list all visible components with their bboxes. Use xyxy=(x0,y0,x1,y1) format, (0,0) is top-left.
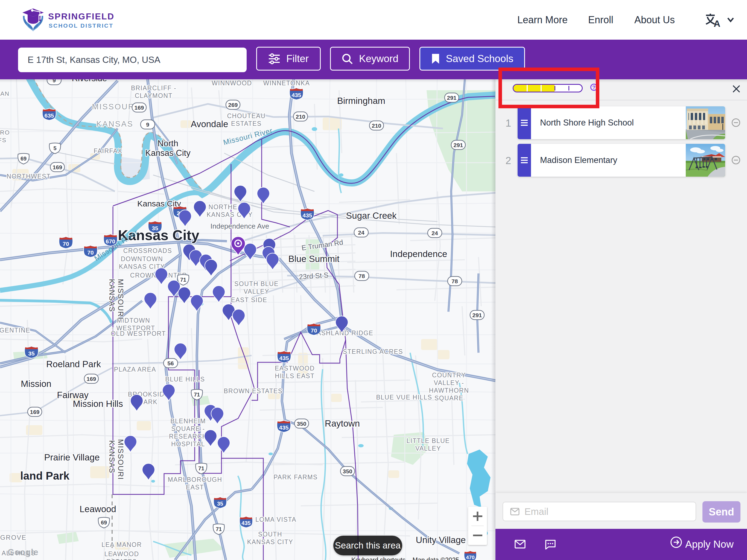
svg-text:ESTATES: ESTATES xyxy=(231,120,262,127)
svg-text:MARLBOROUGH: MARLBOROUGH xyxy=(168,476,222,483)
svg-text:SOUTH BLUE: SOUTH BLUE xyxy=(234,280,279,287)
svg-text:71: 71 xyxy=(194,391,200,398)
svg-text:OLD WESTPORT: OLD WESTPORT xyxy=(111,330,166,337)
svg-text:A: A xyxy=(714,18,720,27)
svg-text:BRIARCLIFF -: BRIARCLIFF - xyxy=(131,84,176,92)
svg-text:Blue Summit: Blue Summit xyxy=(288,254,339,264)
svg-text:HILLS EAST: HILLS EAST xyxy=(275,373,314,380)
svg-text:KANSAS: KANSAS xyxy=(108,279,116,312)
svg-text:291: 291 xyxy=(447,95,456,101)
svg-text:LEA MANOR: LEA MANOR xyxy=(101,541,142,548)
svg-text:VALLEY: VALLEY xyxy=(243,288,269,295)
svg-text:BLUE VUE HILLS: BLUE VUE HILLS xyxy=(376,394,432,401)
svg-text:ESTATES: ESTATES xyxy=(106,558,137,560)
svg-text:670: 670 xyxy=(106,238,115,245)
svg-text:EASTWOOD: EASTWOOD xyxy=(275,365,315,372)
svg-text:71: 71 xyxy=(180,277,186,283)
svg-text:FS: FS xyxy=(0,137,6,144)
svg-text:RESEARCH: RESEARCH xyxy=(169,433,207,440)
svg-text:70: 70 xyxy=(311,327,317,334)
svg-text:CLAYMONT: CLAYMONT xyxy=(135,92,173,99)
svg-text:435: 435 xyxy=(302,212,312,219)
svg-text:70: 70 xyxy=(87,249,94,256)
svg-text:35: 35 xyxy=(152,225,158,231)
svg-text:169: 169 xyxy=(30,409,40,415)
svg-text:HOSPITAL: HOSPITAL xyxy=(171,440,205,448)
svg-text:24: 24 xyxy=(432,230,438,236)
svg-text:BROWN ESTATES: BROWN ESTATES xyxy=(224,387,282,394)
svg-text:9: 9 xyxy=(146,121,149,128)
svg-text:VALLEY: VALLEY xyxy=(415,445,441,452)
svg-text:35: 35 xyxy=(28,350,35,357)
svg-text:COUNTRY: COUNTRY xyxy=(432,372,466,379)
svg-text:KANSAS: KANSAS xyxy=(96,120,133,128)
svg-text:SOUTH: SOUTH xyxy=(258,531,282,538)
svg-text:Independence Ave: Independence Ave xyxy=(210,222,269,230)
svg-text:169: 169 xyxy=(86,376,96,382)
svg-text:350: 350 xyxy=(343,468,352,475)
svg-text:KANSAS CITY: KANSAS CITY xyxy=(247,538,293,545)
svg-text:VALLEY -: VALLEY - xyxy=(434,379,464,386)
svg-text:210: 210 xyxy=(371,123,381,129)
svg-text:Leawood: Leawood xyxy=(80,504,116,514)
svg-text:Unity Village: Unity Village xyxy=(416,535,466,545)
svg-text:LOMA VISTA: LOMA VISTA xyxy=(255,516,297,523)
svg-text:291: 291 xyxy=(472,312,482,318)
svg-text:MISSOURI: MISSOURI xyxy=(117,279,125,320)
svg-text:BLUE HILLS: BLUE HILLS xyxy=(165,376,205,383)
svg-text:HAWTHORN: HAWTHORN xyxy=(429,387,469,394)
svg-text:291: 291 xyxy=(453,142,463,148)
svg-text:Roeland Park: Roeland Park xyxy=(46,359,101,369)
svg-text:35: 35 xyxy=(217,501,223,507)
svg-text:69: 69 xyxy=(21,156,27,161)
svg-text:435: 435 xyxy=(291,92,301,98)
svg-text:78: 78 xyxy=(358,273,365,279)
svg-text:PARK FARMS: PARK FARMS xyxy=(274,474,318,481)
svg-text:635: 635 xyxy=(44,112,54,119)
svg-text:Birmingham: Birmingham xyxy=(337,96,385,106)
svg-text:269: 269 xyxy=(228,102,238,108)
svg-text:North: North xyxy=(157,138,178,148)
svg-text:Avondale: Avondale xyxy=(190,119,228,129)
svg-text:Raytown: Raytown xyxy=(325,418,360,429)
svg-text:MISSOURI: MISSOURI xyxy=(117,439,125,480)
svg-text:KANSAS: KANSAS xyxy=(108,440,116,474)
svg-text:Kansas City: Kansas City xyxy=(145,148,190,158)
svg-text:ARGENTINE: ARGENTINE xyxy=(0,327,30,334)
svg-text:EAST: EAST xyxy=(186,484,204,491)
svg-text:LITTLE BLUE: LITTLE BLUE xyxy=(407,437,450,444)
svg-text:169: 169 xyxy=(52,164,62,170)
svg-text:STERLING ACRES: STERLING ACRES xyxy=(343,348,403,355)
svg-text:BLENHEIM: BLENHEIM xyxy=(170,417,206,425)
svg-text:5: 5 xyxy=(53,145,56,151)
svg-text:Mission: Mission xyxy=(21,379,51,389)
svg-text:EAST SIDE: EAST SIDE xyxy=(231,297,267,304)
svg-text:70: 70 xyxy=(62,240,69,247)
svg-text:Prairie Village: Prairie Village xyxy=(44,452,100,462)
svg-text:210: 210 xyxy=(295,113,305,120)
svg-text:PLAZA AREA: PLAZA AREA xyxy=(114,366,156,373)
svg-text:71: 71 xyxy=(198,465,204,472)
svg-text:CROSSROADS: CROSSROADS xyxy=(123,247,172,254)
svg-text:FAIRFAX: FAIRFAX xyxy=(94,147,122,154)
svg-text:Kansas City: Kansas City xyxy=(137,199,181,208)
svg-text:LEAWOOD: LEAWOOD xyxy=(104,551,139,558)
svg-text:SQUARE -: SQUARE - xyxy=(171,425,205,432)
svg-text:MISSOURI: MISSOURI xyxy=(92,102,137,111)
svg-text:435: 435 xyxy=(279,424,288,431)
svg-text:Mission Hills: Mission Hills xyxy=(73,399,123,409)
svg-text:N GROVE: N GROVE xyxy=(0,534,27,541)
svg-text:land Park: land Park xyxy=(20,470,70,482)
svg-text:435: 435 xyxy=(241,520,251,526)
svg-text:350: 350 xyxy=(297,421,306,427)
svg-text:56: 56 xyxy=(168,360,174,366)
svg-text:71: 71 xyxy=(216,526,222,532)
svg-text:435: 435 xyxy=(279,355,289,361)
svg-text:SQUARE: SQUARE xyxy=(435,394,463,402)
svg-text:DOWNTOWN: DOWNTOWN xyxy=(121,255,163,262)
svg-text:NORTHWEST: NORTHWEST xyxy=(6,173,51,180)
svg-text:69: 69 xyxy=(101,519,107,526)
svg-text:CHOUTEAU: CHOUTEAU xyxy=(227,112,265,120)
svg-text:MAN: MAN xyxy=(0,90,9,97)
svg-text:ARO: ARO xyxy=(0,129,10,136)
